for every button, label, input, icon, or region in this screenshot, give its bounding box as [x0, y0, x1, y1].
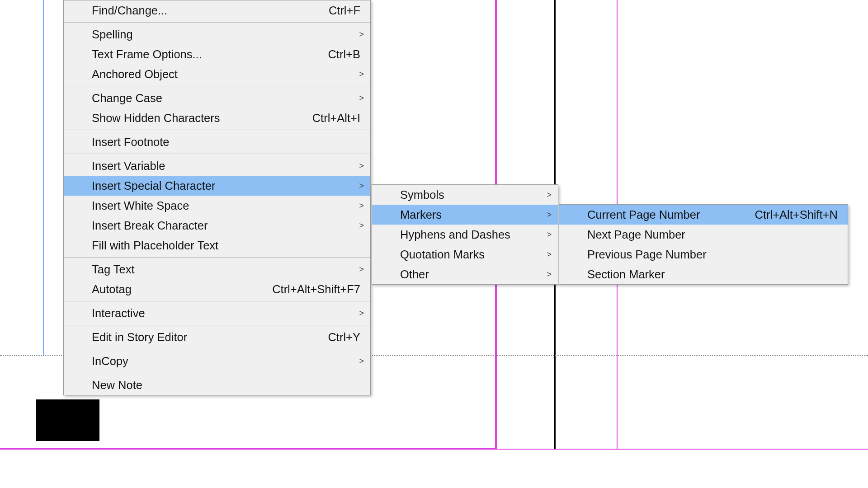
menu-separator: [64, 22, 370, 23]
menu-item-shortcut: Ctrl+Alt+I: [312, 112, 360, 125]
menu-item-label: Previous Page Number: [587, 248, 838, 261]
page-bottom-border: [0, 449, 868, 450]
menu-item-insert-white-space[interactable]: Insert White Space>: [64, 196, 370, 216]
menu-item-shortcut: Ctrl+F: [329, 4, 360, 17]
menu-item-label: Autotag: [92, 283, 254, 296]
chevron-right-icon: >: [359, 70, 364, 79]
menu-item-hyphens-and-dashes[interactable]: Hyphens and Dashes>: [372, 225, 558, 244]
menu-item-insert-special-character[interactable]: Insert Special Character>: [64, 176, 370, 196]
menu-item-next-page-number[interactable]: Next Page Number: [559, 225, 848, 244]
menu-item-symbols[interactable]: Symbols>: [372, 185, 558, 205]
menu-item-quotation-marks[interactable]: Quotation Marks>: [372, 244, 558, 264]
menu-item-label: Interactive: [92, 307, 360, 320]
menu-separator: [64, 86, 370, 86]
chevron-right-icon: >: [547, 250, 552, 259]
menu-item-label: Show Hidden Characters: [92, 112, 294, 125]
menu-item-insert-variable[interactable]: Insert Variable>: [64, 156, 370, 176]
submenu-markers[interactable]: Current Page NumberCtrl+Alt+Shift+NNext …: [559, 204, 848, 285]
chevron-right-icon: >: [359, 265, 364, 274]
menu-item-label: Markers: [400, 208, 548, 221]
menu-item-label: Section Marker: [587, 268, 838, 281]
menu-item-shortcut: Ctrl+B: [328, 48, 360, 61]
menu-item-label: Insert Footnote: [92, 136, 360, 149]
chevron-right-icon: >: [547, 190, 552, 200]
menu-item-new-note[interactable]: New Note: [64, 375, 370, 395]
menu-item-spelling[interactable]: Spelling>: [64, 24, 370, 44]
menu-item-label: Edit in Story Editor: [92, 331, 310, 344]
menu-item-incopy[interactable]: InCopy>: [64, 351, 370, 371]
menu-separator: [64, 325, 370, 325]
menu-item-label: Spelling: [92, 28, 360, 41]
chevron-right-icon: >: [359, 309, 364, 318]
menu-item-find-change[interactable]: Find/Change...Ctrl+F: [64, 0, 370, 20]
menu-item-label: Symbols: [400, 188, 548, 202]
menu-item-label: Insert White Space: [92, 199, 360, 212]
menu-item-text-frame-options[interactable]: Text Frame Options...Ctrl+B: [64, 44, 370, 64]
chevron-right-icon: >: [359, 357, 364, 366]
menu-item-label: Current Page Number: [587, 208, 736, 221]
context-menu-type[interactable]: Find/Change...Ctrl+FSpelling>Text Frame …: [63, 0, 371, 395]
menu-item-markers[interactable]: Markers>: [372, 205, 558, 225]
menu-item-shortcut: Ctrl+Alt+Shift+F7: [272, 283, 360, 296]
menu-item-label: New Note: [92, 379, 360, 392]
chevron-right-icon: >: [359, 30, 364, 39]
page-number-frame[interactable]: [36, 399, 99, 441]
menu-item-insert-footnote[interactable]: Insert Footnote: [64, 132, 370, 152]
chevron-right-icon: >: [359, 181, 364, 191]
chevron-right-icon: >: [547, 230, 552, 239]
menu-item-change-case[interactable]: Change Case>: [64, 88, 370, 108]
menu-item-label: Insert Special Character: [92, 179, 360, 192]
menu-separator: [64, 154, 370, 154]
menu-item-edit-in-story-editor[interactable]: Edit in Story EditorCtrl+Y: [64, 327, 370, 347]
menu-separator: [64, 373, 370, 373]
chevron-right-icon: >: [359, 161, 364, 171]
menu-item-insert-break-character[interactable]: Insert Break Character>: [64, 216, 370, 235]
chevron-right-icon: >: [359, 201, 364, 211]
menu-item-section-marker[interactable]: Section Marker: [559, 264, 848, 284]
menu-item-label: Next Page Number: [587, 228, 838, 241]
menu-item-label: Other: [400, 268, 548, 281]
menu-item-label: Tag Text: [92, 263, 360, 276]
menu-item-label: Change Case: [92, 92, 360, 105]
menu-item-label: Anchored Object: [92, 68, 360, 81]
menu-item-label: InCopy: [92, 355, 360, 368]
menu-item-other[interactable]: Other>: [372, 264, 558, 284]
menu-item-tag-text[interactable]: Tag Text>: [64, 259, 370, 279]
menu-separator: [64, 130, 370, 130]
chevron-right-icon: >: [359, 221, 364, 230]
menu-item-label: Hyphens and Dashes: [400, 228, 548, 241]
menu-item-label: Insert Break Character: [92, 219, 360, 232]
menu-item-label: Insert Variable: [92, 160, 360, 173]
menu-item-label: Find/Change...: [92, 4, 311, 17]
submenu-insert-special-character[interactable]: Symbols>Markers>Hyphens and Dashes>Quota…: [372, 184, 558, 285]
menu-item-fill-with-placeholder-text[interactable]: Fill with Placeholder Text: [64, 235, 370, 255]
menu-separator: [64, 349, 370, 349]
menu-item-label: Fill with Placeholder Text: [92, 239, 360, 252]
menu-item-label: Text Frame Options...: [92, 48, 310, 61]
menu-item-anchored-object[interactable]: Anchored Object>: [64, 64, 370, 84]
menu-separator: [64, 301, 370, 301]
chevron-right-icon: >: [547, 210, 552, 220]
chevron-right-icon: >: [359, 94, 364, 103]
menu-item-shortcut: Ctrl+Y: [328, 331, 360, 344]
menu-item-shortcut: Ctrl+Alt+Shift+N: [755, 208, 838, 221]
menu-item-autotag[interactable]: AutotagCtrl+Alt+Shift+F7: [64, 279, 370, 299]
menu-separator: [64, 257, 370, 258]
menu-item-label: Quotation Marks: [400, 248, 548, 261]
menu-item-previous-page-number[interactable]: Previous Page Number: [559, 244, 848, 264]
menu-item-interactive[interactable]: Interactive>: [64, 303, 370, 323]
chevron-right-icon: >: [547, 270, 552, 279]
menu-item-current-page-number[interactable]: Current Page NumberCtrl+Alt+Shift+N: [559, 205, 848, 225]
menu-item-show-hidden-characters[interactable]: Show Hidden CharactersCtrl+Alt+I: [64, 108, 370, 128]
